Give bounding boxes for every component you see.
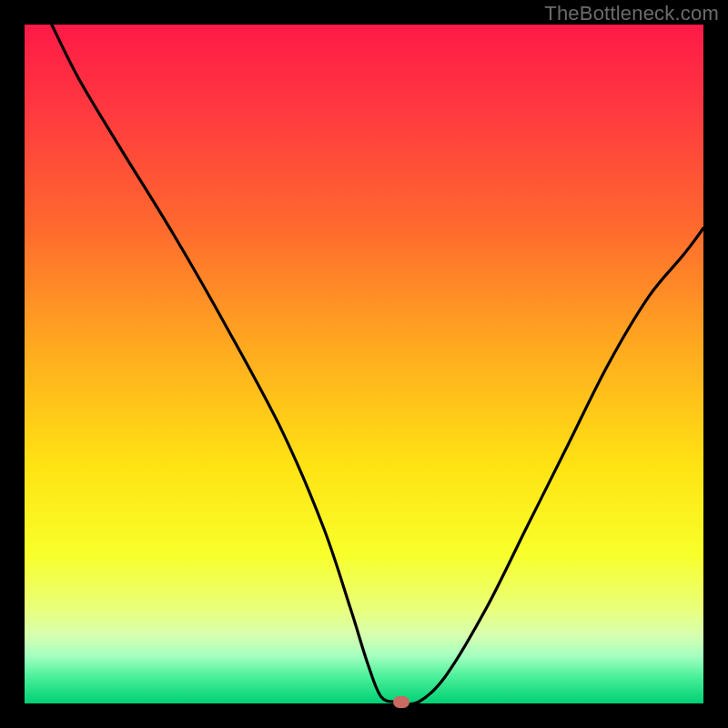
plot-area <box>25 25 703 703</box>
gradient-background <box>25 25 703 703</box>
chart-svg <box>25 25 703 703</box>
chart-frame: TheBottleneck.com <box>0 0 728 728</box>
optimal-point-marker <box>393 696 410 708</box>
watermark-text: TheBottleneck.com <box>544 2 719 25</box>
